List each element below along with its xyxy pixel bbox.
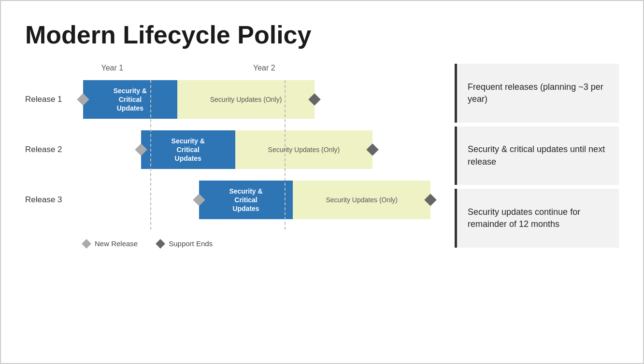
year-1-label: Year 1: [101, 64, 123, 72]
release-1-label: Release 1: [25, 95, 83, 104]
gantt-body: Release 1 Security &CriticalUpdates Secu…: [25, 80, 445, 230]
info-box-1: Frequent releases (planning ~3 per year): [455, 64, 619, 123]
dashed-line-1: [150, 80, 151, 230]
table-row: Release 2 Security &CriticalUpdates Secu…: [25, 130, 445, 169]
info-box-3: Security updates continue for remainder …: [455, 189, 619, 248]
legend: New Release Support Ends: [83, 239, 445, 248]
release-2-yellow-bar: Security Updates (Only): [235, 130, 373, 169]
release-3-blue-bar: Security &CriticalUpdates: [199, 181, 293, 219]
info-box-3-text: Security updates continue for remainder …: [468, 206, 608, 230]
release-3-track: Security &CriticalUpdates Security Updat…: [83, 181, 445, 219]
legend-support-ends: Support Ends: [157, 239, 213, 248]
legend-new-release: New Release: [83, 239, 138, 248]
release-3-label: Release 3: [25, 195, 83, 205]
right-panel: Frequent releases (planning ~3 per year)…: [455, 64, 619, 248]
table-row: Release 1 Security &CriticalUpdates Secu…: [25, 80, 445, 119]
page-title: Modern Lifecycle Policy: [25, 20, 619, 49]
gantt-section: Year 1 Year 2 Release 1 Security &Critic…: [25, 64, 445, 248]
release-1-yellow-bar: Security Updates (Only): [177, 80, 315, 119]
year-labels: Year 1 Year 2: [83, 64, 445, 75]
release-2-blue-bar: Security &CriticalUpdates: [141, 130, 235, 169]
support-ends-label: Support Ends: [169, 239, 213, 248]
release-2-track: Security &CriticalUpdates Security Updat…: [83, 130, 445, 169]
slide: Modern Lifecycle Policy Year 1 Year 2 Re…: [0, 0, 644, 364]
release-3-yellow-bar: Security Updates (Only): [293, 181, 430, 219]
info-box-2-text: Security & critical updates until next r…: [468, 143, 608, 168]
release-2-label: Release 2: [25, 145, 83, 154]
info-box-2: Security & critical updates until next r…: [455, 126, 619, 185]
info-box-1-text: Frequent releases (planning ~3 per year): [468, 81, 608, 105]
year-2-label: Year 2: [253, 64, 275, 72]
new-release-diamond-icon: [82, 239, 91, 249]
dashed-line-2: [285, 80, 286, 230]
table-row: Release 3 Security &CriticalUpdates Secu…: [25, 181, 445, 219]
diagram-area: Year 1 Year 2 Release 1 Security &Critic…: [25, 64, 619, 248]
new-release-label: New Release: [95, 239, 138, 248]
support-ends-diamond-icon: [156, 239, 165, 249]
release-1-blue-bar: Security &CriticalUpdates: [83, 80, 177, 119]
release-1-track: Security &CriticalUpdates Security Updat…: [83, 80, 445, 119]
